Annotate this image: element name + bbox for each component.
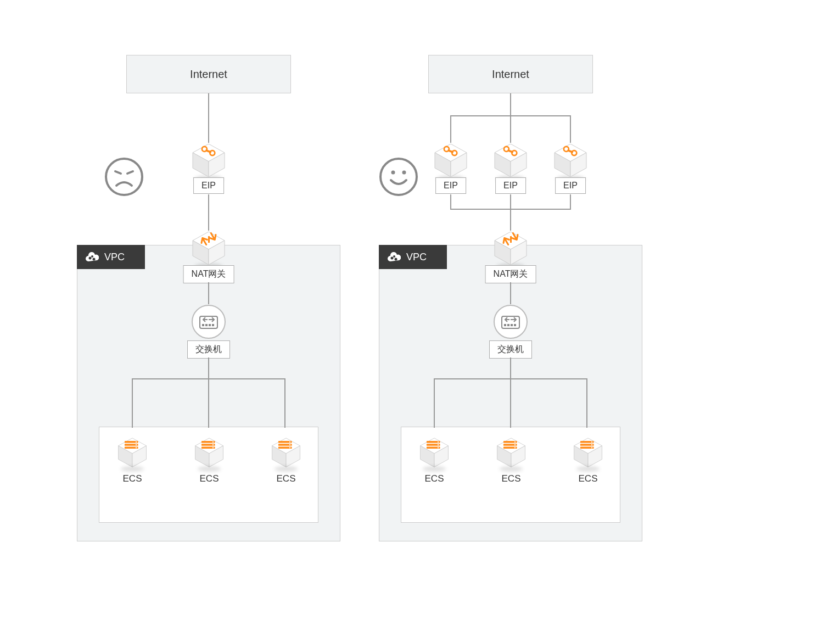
vpc-label: VPC — [406, 251, 427, 263]
eip-node-1 — [433, 143, 469, 179]
switch-node — [493, 304, 528, 339]
eip-node-3 — [552, 143, 589, 179]
architecture-diagram: Internet EIP VPC ECS — [0, 0, 840, 626]
ecs-node-3: ECS — [561, 427, 615, 484]
cloud-icon — [387, 251, 401, 264]
ecs-label: ECS — [105, 473, 160, 484]
nat-label: NAT网关 — [485, 265, 536, 283]
eip-label: EIP — [495, 177, 526, 194]
ecs-group-box: ECS ECS ECS — [99, 427, 318, 523]
switch-label: 交换机 — [187, 340, 230, 359]
eip-node — [191, 143, 227, 179]
nat-label: NAT网关 — [183, 265, 234, 283]
ecs-node-2: ECS — [182, 427, 237, 484]
vpc-label: VPC — [104, 251, 125, 263]
ecs-node-2: ECS — [484, 427, 539, 484]
switch-label: 交换机 — [489, 340, 532, 359]
nat-gateway-node — [492, 231, 529, 267]
ecs-label: ECS — [407, 473, 462, 484]
ecs-node-1: ECS — [105, 427, 160, 484]
switch-node — [191, 304, 226, 339]
internet-node: Internet — [428, 55, 593, 93]
internet-node: Internet — [126, 55, 291, 93]
eip-label: EIP — [193, 177, 224, 194]
eip-node-2 — [492, 143, 529, 179]
internet-label: Internet — [190, 68, 227, 81]
ecs-label: ECS — [561, 473, 615, 484]
ecs-label: ECS — [484, 473, 539, 484]
ecs-node-1: ECS — [407, 427, 462, 484]
ecs-label: ECS — [259, 473, 313, 484]
vpc-tab: VPC — [77, 245, 145, 269]
vpc-tab: VPC — [379, 245, 447, 269]
happy-face-icon — [379, 157, 418, 197]
eip-label: EIP — [555, 177, 586, 194]
ecs-group-box: ECS ECS ECS — [401, 427, 620, 523]
nat-gateway-node — [191, 231, 227, 267]
ecs-node-3: ECS — [259, 427, 313, 484]
eip-label: EIP — [435, 177, 466, 194]
internet-label: Internet — [492, 68, 529, 81]
ecs-label: ECS — [182, 473, 237, 484]
sad-face-icon — [104, 157, 144, 197]
cloud-icon — [85, 251, 99, 264]
